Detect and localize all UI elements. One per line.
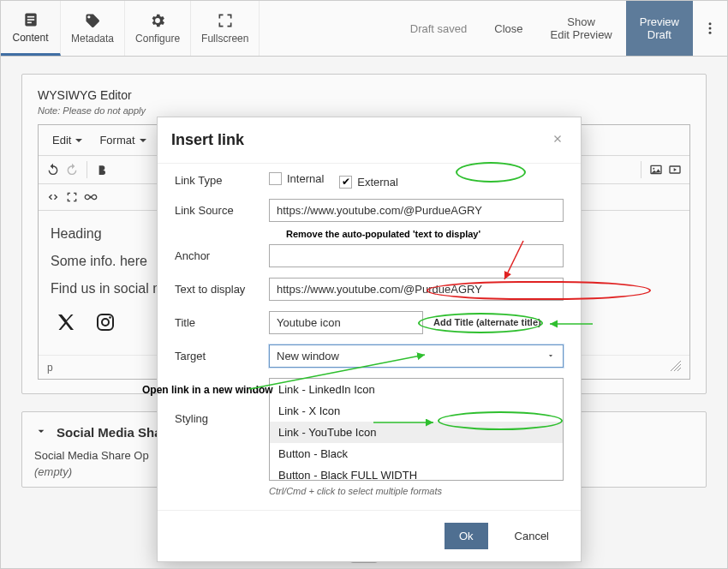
styling-option-x[interactable]: Link - X Icon	[270, 400, 563, 422]
input-link-source[interactable]	[269, 199, 564, 222]
checkbox-checked-icon	[339, 176, 352, 189]
styling-option-youtube[interactable]: Link - YouTube Icon	[270, 422, 563, 443]
label-styling: Styling	[175, 378, 269, 425]
label-link-type: Link Type	[175, 174, 269, 187]
styling-option-button-black-full[interactable]: Button - Black FULL WIDTH	[270, 464, 563, 481]
ok-button[interactable]: Ok	[445, 523, 488, 549]
checkbox-icon	[269, 172, 282, 185]
cancel-button[interactable]: Cancel	[500, 523, 564, 549]
label-anchor: Anchor	[175, 249, 269, 262]
styling-option-linkedin[interactable]: Link - LinkedIn Icon	[270, 379, 563, 400]
input-text-to-display[interactable]	[269, 278, 564, 301]
input-title[interactable]	[269, 311, 423, 334]
close-icon	[552, 133, 564, 145]
input-anchor[interactable]	[269, 244, 564, 267]
modal-close-button[interactable]	[548, 128, 567, 153]
select-target[interactable]	[269, 344, 564, 368]
label-link-source: Link Source	[175, 204, 269, 217]
checkbox-internal[interactable]: Internal	[269, 172, 324, 185]
styling-option-button-black[interactable]: Button - Black	[270, 443, 563, 464]
listbox-styling[interactable]: Link - LinkedIn Icon Link - X Icon Link …	[269, 378, 564, 481]
checkbox-external[interactable]: External	[339, 176, 398, 189]
label-title: Title	[175, 316, 269, 329]
annotation-remove-text: Remove the auto-populated 'text to displ…	[286, 229, 564, 239]
label-target: Target	[175, 350, 269, 362]
styling-helper-text: Ctrl/Cmd + click to select multiple form…	[269, 486, 564, 496]
label-text-to-display: Text to display	[175, 283, 269, 296]
insert-link-modal: Insert link Link Type Internal External	[157, 117, 582, 562]
annotation-add-title: Add Title (alternate title)	[433, 317, 541, 327]
modal-title: Insert link	[171, 131, 244, 149]
